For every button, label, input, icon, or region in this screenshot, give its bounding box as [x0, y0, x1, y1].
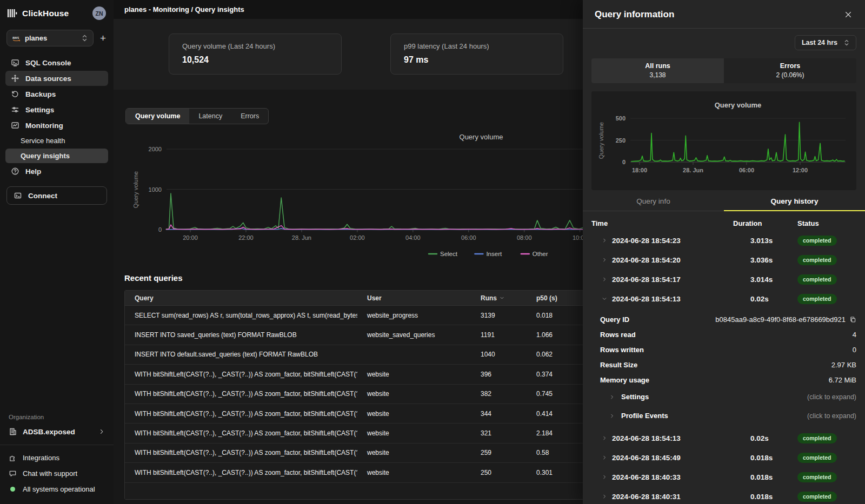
integrations-icon: [9, 454, 17, 462]
svg-text:Query volume: Query volume: [132, 171, 139, 208]
clickhouse-logo-icon: [8, 9, 18, 18]
chart-tabs: Query volume Latency Errors: [125, 108, 269, 124]
history-row[interactable]: 2024-06-28 18:54:203.036scompleted: [591, 250, 856, 270]
sidebar-item-help[interactable]: Help: [5, 164, 108, 179]
column-time: Time: [591, 219, 724, 227]
query-details: Query IDb0845aa9-a8c9-49f0-8f68-e678669b…: [591, 308, 856, 428]
sidebar-item-monitoring[interactable]: Monitoring: [5, 118, 108, 133]
detail-value: 6.72 MiB: [829, 376, 856, 384]
history-row[interactable]: 2024-06-28 18:54:130.02scompleted: [591, 289, 856, 308]
expandable-profile-events[interactable]: Profile Events(click to expand): [591, 406, 856, 425]
history-duration: 0.018s: [724, 493, 793, 501]
history-duration: 0.02s: [724, 434, 793, 442]
settings-icon: [11, 105, 19, 114]
svg-text:22:00: 22:00: [238, 234, 254, 241]
history-row[interactable]: 2024-06-28 18:40:330.018scompleted: [591, 467, 856, 487]
service-selector[interactable]: aws planes: [6, 30, 94, 46]
history-duration: 0.018s: [724, 454, 793, 462]
cell-user: website: [357, 410, 471, 418]
svg-text:aws: aws: [12, 35, 19, 39]
panel-header: Query information: [583, 0, 865, 29]
sidebar-item-label: Help: [25, 167, 41, 176]
history-row[interactable]: 2024-06-28 18:54:233.013scompleted: [591, 231, 856, 250]
sidebar-item-label: Query insights: [21, 152, 70, 160]
svg-text:12:00: 12:00: [793, 167, 808, 173]
expandable-hint: (click to expand): [807, 412, 856, 420]
sidebar-item-sql-console[interactable]: SQL Console: [5, 55, 108, 70]
footer-item-label: Chat with support: [23, 469, 77, 478]
stat-label: Query volume (Last 24 hours): [182, 42, 328, 50]
chevron-updown-icon: [844, 39, 849, 46]
column-user[interactable]: User: [357, 294, 471, 302]
brand-name: ClickHouse: [22, 9, 69, 18]
expandable-settings[interactable]: Settings(click to expand): [591, 387, 856, 406]
history-status-cell: completed: [793, 255, 856, 265]
history-row[interactable]: 2024-06-28 18:40:310.018scompleted: [591, 487, 856, 504]
connect-button[interactable]: Connect: [6, 186, 107, 205]
tab-latency[interactable]: Latency: [189, 109, 231, 124]
history-row[interactable]: 2024-06-28 18:54:130.02scompleted: [591, 428, 856, 448]
cell-query: WITH bitShiftLeft(CAST(?..), _CAST(?..))…: [125, 371, 357, 378]
cell-user: website: [357, 371, 471, 378]
query-history: Time Duration Status 2024-06-28 18:54:23…: [583, 211, 865, 504]
sidebar-item-service-health[interactable]: Service health: [5, 133, 108, 148]
svg-text:Insert: Insert: [486, 251, 502, 257]
chevron-right-icon: [98, 428, 105, 435]
detail-label: Result Size: [591, 361, 637, 369]
organization-switcher[interactable]: ADSB.exposed: [0, 425, 114, 445]
history-row[interactable]: 2024-06-28 18:54:173.014scompleted: [591, 270, 856, 289]
footer-item-label: Integrations: [23, 454, 59, 462]
close-icon[interactable]: [843, 10, 853, 19]
cell-query: WITH bitShiftLeft(CAST(?..), _CAST(?..))…: [125, 449, 357, 456]
status-badge: completed: [797, 492, 837, 502]
panel-tabs: Query info Query history: [583, 192, 865, 211]
chevron-right-icon: [602, 238, 607, 243]
service-row: aws planes +: [0, 25, 114, 55]
history-duration: 0.018s: [724, 473, 793, 481]
avatar[interactable]: ZN: [92, 6, 106, 20]
tab-errors[interactable]: Errors: [231, 109, 268, 124]
history-row[interactable]: 2024-06-28 18:45:490.018scompleted: [591, 448, 856, 467]
detail-label: Query ID: [591, 315, 629, 324]
sidebar-item-settings[interactable]: Settings: [5, 102, 108, 117]
column-query[interactable]: Query: [125, 294, 357, 302]
runs-errors-toggle: All runs 3,138 Errors 2 (0.06%): [591, 58, 856, 83]
chevron-right-icon: [602, 455, 607, 460]
toggle-all-runs[interactable]: All runs 3,138: [591, 58, 724, 83]
cell-query: WITH bitShiftLeft(CAST(?..), _CAST(?..))…: [125, 469, 357, 476]
toggle-errors[interactable]: Errors 2 (0.06%): [724, 58, 856, 83]
status-badge: completed: [797, 274, 837, 285]
history-header: Time Duration Status: [591, 211, 856, 231]
service-name: planes: [25, 34, 47, 42]
svg-text:28. Jun: 28. Jun: [683, 167, 703, 173]
cell-query: INSERT INTO default.saved_queries (text)…: [125, 351, 357, 358]
sidebar-item-query-insights[interactable]: Query insights: [5, 149, 108, 163]
sidebar-header: ClickHouse ZN: [0, 0, 114, 25]
history-time-cell: 2024-06-28 18:54:23: [591, 237, 724, 245]
column-runs[interactable]: Runs: [471, 294, 527, 302]
time-range-select[interactable]: Last 24 hrs: [795, 35, 856, 50]
history-time: 2024-06-28 18:40:33: [612, 473, 681, 481]
tab-query-history[interactable]: Query history: [724, 192, 865, 211]
footer-item-chat-with-support[interactable]: Chat with support: [9, 466, 105, 481]
sidebar-item-data-sources[interactable]: Data sources: [5, 71, 108, 86]
footer-item-all-systems-operational[interactable]: All systems operational: [9, 482, 105, 496]
history-duration: 3.036s: [724, 256, 793, 264]
panel-controls: Last 24 hrs: [583, 29, 865, 50]
add-service-button[interactable]: +: [99, 33, 107, 43]
tab-query-info[interactable]: Query info: [583, 192, 724, 211]
copy-icon[interactable]: [849, 316, 856, 323]
history-time-cell: 2024-06-28 18:54:17: [591, 275, 724, 284]
connect-label: Connect: [28, 192, 57, 200]
history-time: 2024-06-28 18:54:17: [612, 275, 681, 284]
svg-text:Other: Other: [533, 251, 548, 257]
mini-query-volume-chart: Query volumeQuery volume025050018:0028. …: [591, 91, 856, 190]
tab-query-volume[interactable]: Query volume: [126, 109, 189, 124]
footer-item-integrations[interactable]: Integrations: [9, 451, 105, 465]
history-time: 2024-06-28 18:54:13: [612, 434, 681, 442]
cell-user: website: [357, 390, 471, 398]
cell-query: INSERT INTO saved_queries (text) FORMAT …: [125, 331, 357, 339]
sidebar-item-backups[interactable]: Backups: [5, 86, 108, 102]
history-time-cell: 2024-06-28 18:45:49: [591, 454, 724, 462]
cell-query: WITH bitShiftLeft(CAST(?..), _CAST(?..))…: [125, 429, 357, 437]
